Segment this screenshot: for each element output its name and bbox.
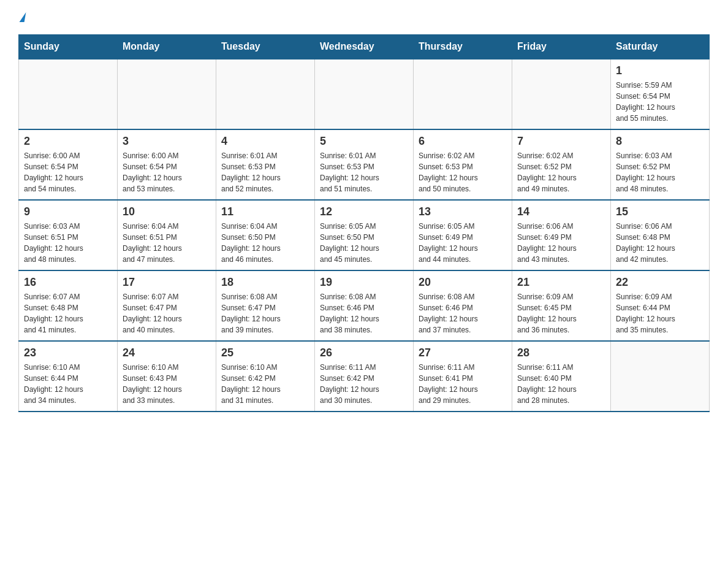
- day-number: 4: [221, 135, 309, 148]
- column-header-friday: Friday: [512, 35, 611, 59]
- day-number: 8: [616, 135, 704, 148]
- week-row-2: 2Sunrise: 6:00 AM Sunset: 6:54 PM Daylig…: [19, 129, 710, 200]
- day-info: Sunrise: 6:03 AM Sunset: 6:51 PM Dayligh…: [24, 221, 112, 265]
- calendar-cell: 23Sunrise: 6:10 AM Sunset: 6:44 PM Dayli…: [19, 341, 118, 412]
- day-number: 20: [419, 276, 507, 289]
- calendar-cell: [19, 59, 118, 129]
- calendar-cell: 26Sunrise: 6:11 AM Sunset: 6:42 PM Dayli…: [315, 341, 414, 412]
- day-info: Sunrise: 6:10 AM Sunset: 6:43 PM Dayligh…: [123, 362, 211, 406]
- column-header-wednesday: Wednesday: [315, 35, 414, 59]
- calendar-cell: 9Sunrise: 6:03 AM Sunset: 6:51 PM Daylig…: [19, 200, 118, 270]
- day-info: Sunrise: 6:09 AM Sunset: 6:44 PM Dayligh…: [616, 291, 704, 335]
- day-number: 18: [221, 276, 309, 289]
- logo-triangle-icon: [20, 12, 26, 22]
- calendar-cell: [512, 59, 611, 129]
- day-number: 9: [24, 205, 112, 218]
- calendar-cell: 1Sunrise: 5:59 AM Sunset: 6:54 PM Daylig…: [611, 59, 710, 129]
- day-info: Sunrise: 6:10 AM Sunset: 6:44 PM Dayligh…: [24, 362, 112, 406]
- day-number: 27: [419, 347, 507, 359]
- day-number: 16: [24, 276, 112, 289]
- day-number: 21: [517, 276, 605, 289]
- calendar-cell: [611, 341, 710, 412]
- calendar-cell: 24Sunrise: 6:10 AM Sunset: 6:43 PM Dayli…: [118, 341, 216, 412]
- calendar-cell: 22Sunrise: 6:09 AM Sunset: 6:44 PM Dayli…: [611, 270, 710, 341]
- column-header-thursday: Thursday: [414, 35, 512, 59]
- calendar-cell: 16Sunrise: 6:07 AM Sunset: 6:48 PM Dayli…: [19, 270, 118, 341]
- calendar-cell: 6Sunrise: 6:02 AM Sunset: 6:53 PM Daylig…: [414, 129, 512, 200]
- day-info: Sunrise: 6:01 AM Sunset: 6:53 PM Dayligh…: [221, 150, 309, 194]
- day-number: 2: [24, 135, 112, 148]
- page-header: [18, 12, 710, 22]
- day-info: Sunrise: 6:05 AM Sunset: 6:49 PM Dayligh…: [419, 221, 507, 265]
- day-number: 23: [24, 347, 112, 359]
- day-number: 10: [123, 205, 211, 218]
- column-header-sunday: Sunday: [19, 35, 118, 59]
- column-header-saturday: Saturday: [611, 35, 710, 59]
- calendar-cell: 5Sunrise: 6:01 AM Sunset: 6:53 PM Daylig…: [315, 129, 414, 200]
- day-number: 6: [419, 135, 507, 148]
- calendar-cell: 11Sunrise: 6:04 AM Sunset: 6:50 PM Dayli…: [216, 200, 315, 270]
- week-row-3: 9Sunrise: 6:03 AM Sunset: 6:51 PM Daylig…: [19, 200, 710, 270]
- column-header-monday: Monday: [118, 35, 216, 59]
- week-row-1: 1Sunrise: 5:59 AM Sunset: 6:54 PM Daylig…: [19, 59, 710, 129]
- calendar-cell: 19Sunrise: 6:08 AM Sunset: 6:46 PM Dayli…: [315, 270, 414, 341]
- day-info: Sunrise: 6:02 AM Sunset: 6:53 PM Dayligh…: [419, 150, 507, 194]
- week-row-5: 23Sunrise: 6:10 AM Sunset: 6:44 PM Dayli…: [19, 341, 710, 412]
- day-info: Sunrise: 6:11 AM Sunset: 6:40 PM Dayligh…: [517, 362, 605, 406]
- day-info: Sunrise: 6:11 AM Sunset: 6:41 PM Dayligh…: [419, 362, 507, 406]
- calendar-cell: 17Sunrise: 6:07 AM Sunset: 6:47 PM Dayli…: [118, 270, 216, 341]
- day-number: 7: [517, 135, 605, 148]
- day-info: Sunrise: 6:08 AM Sunset: 6:47 PM Dayligh…: [221, 291, 309, 335]
- calendar-cell: 7Sunrise: 6:02 AM Sunset: 6:52 PM Daylig…: [512, 129, 611, 200]
- calendar-cell: 13Sunrise: 6:05 AM Sunset: 6:49 PM Dayli…: [414, 200, 512, 270]
- logo: [18, 12, 25, 22]
- calendar-cell: [414, 59, 512, 129]
- calendar-cell: 21Sunrise: 6:09 AM Sunset: 6:45 PM Dayli…: [512, 270, 611, 341]
- day-info: Sunrise: 5:59 AM Sunset: 6:54 PM Dayligh…: [616, 80, 704, 124]
- day-number: 5: [320, 135, 408, 148]
- calendar-cell: 18Sunrise: 6:08 AM Sunset: 6:47 PM Dayli…: [216, 270, 315, 341]
- day-number: 12: [320, 205, 408, 218]
- calendar-cell: 2Sunrise: 6:00 AM Sunset: 6:54 PM Daylig…: [19, 129, 118, 200]
- day-info: Sunrise: 6:07 AM Sunset: 6:48 PM Dayligh…: [24, 291, 112, 335]
- day-number: 19: [320, 276, 408, 289]
- day-info: Sunrise: 6:00 AM Sunset: 6:54 PM Dayligh…: [24, 150, 112, 194]
- day-number: 24: [123, 347, 211, 359]
- day-number: 22: [616, 276, 704, 289]
- calendar-cell: 8Sunrise: 6:03 AM Sunset: 6:52 PM Daylig…: [611, 129, 710, 200]
- day-number: 11: [221, 205, 309, 218]
- day-info: Sunrise: 6:06 AM Sunset: 6:48 PM Dayligh…: [616, 221, 704, 265]
- day-number: 25: [221, 347, 309, 359]
- column-header-tuesday: Tuesday: [216, 35, 315, 59]
- day-number: 17: [123, 276, 211, 289]
- calendar-cell: [315, 59, 414, 129]
- day-info: Sunrise: 6:08 AM Sunset: 6:46 PM Dayligh…: [419, 291, 507, 335]
- calendar-cell: 4Sunrise: 6:01 AM Sunset: 6:53 PM Daylig…: [216, 129, 315, 200]
- day-info: Sunrise: 6:08 AM Sunset: 6:46 PM Dayligh…: [320, 291, 408, 335]
- day-number: 15: [616, 205, 704, 218]
- day-info: Sunrise: 6:01 AM Sunset: 6:53 PM Dayligh…: [320, 150, 408, 194]
- calendar-cell: 20Sunrise: 6:08 AM Sunset: 6:46 PM Dayli…: [414, 270, 512, 341]
- calendar-cell: 14Sunrise: 6:06 AM Sunset: 6:49 PM Dayli…: [512, 200, 611, 270]
- day-number: 13: [419, 205, 507, 218]
- calendar-table: SundayMondayTuesdayWednesdayThursdayFrid…: [18, 34, 710, 412]
- day-info: Sunrise: 6:04 AM Sunset: 6:51 PM Dayligh…: [123, 221, 211, 265]
- day-number: 3: [123, 135, 211, 148]
- day-info: Sunrise: 6:04 AM Sunset: 6:50 PM Dayligh…: [221, 221, 309, 265]
- day-number: 1: [616, 64, 704, 77]
- day-info: Sunrise: 6:02 AM Sunset: 6:52 PM Dayligh…: [517, 150, 605, 194]
- calendar-cell: 15Sunrise: 6:06 AM Sunset: 6:48 PM Dayli…: [611, 200, 710, 270]
- day-info: Sunrise: 6:09 AM Sunset: 6:45 PM Dayligh…: [517, 291, 605, 335]
- day-number: 26: [320, 347, 408, 359]
- day-info: Sunrise: 6:03 AM Sunset: 6:52 PM Dayligh…: [616, 150, 704, 194]
- day-number: 28: [517, 347, 605, 359]
- week-row-4: 16Sunrise: 6:07 AM Sunset: 6:48 PM Dayli…: [19, 270, 710, 341]
- day-info: Sunrise: 6:00 AM Sunset: 6:54 PM Dayligh…: [123, 150, 211, 194]
- header-row: SundayMondayTuesdayWednesdayThursdayFrid…: [19, 35, 710, 59]
- calendar-cell: [118, 59, 216, 129]
- day-number: 14: [517, 205, 605, 218]
- day-info: Sunrise: 6:10 AM Sunset: 6:42 PM Dayligh…: [221, 362, 309, 406]
- calendar-cell: 3Sunrise: 6:00 AM Sunset: 6:54 PM Daylig…: [118, 129, 216, 200]
- calendar-cell: 10Sunrise: 6:04 AM Sunset: 6:51 PM Dayli…: [118, 200, 216, 270]
- day-info: Sunrise: 6:07 AM Sunset: 6:47 PM Dayligh…: [123, 291, 211, 335]
